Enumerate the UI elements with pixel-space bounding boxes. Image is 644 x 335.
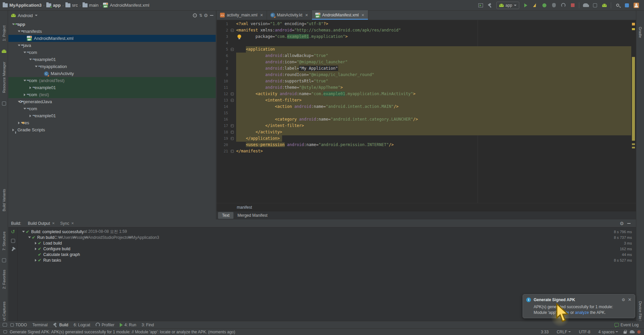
close-tab-icon[interactable]: ✕ xyxy=(52,221,55,225)
tree-item-com[interactable]: com(test) xyxy=(8,91,216,98)
expand-arrow-icon[interactable] xyxy=(23,80,26,81)
code-line-20[interactable]: 20 <uses-permission android:name="androi… xyxy=(217,142,631,148)
sdk-manager-icon[interactable] xyxy=(601,2,607,8)
tree-item-app[interactable]: app xyxy=(8,21,216,28)
close-tab-icon[interactable]: ✕ xyxy=(361,13,364,17)
profiler-icon[interactable] xyxy=(560,2,566,8)
code-line-7[interactable]: 7 android:icon="@mipmap/ic_launcher" xyxy=(217,59,631,65)
tree-item-com[interactable]: com xyxy=(8,49,216,56)
tree-item-mainactivity[interactable]: CMainActivity xyxy=(8,70,216,77)
breadcrumb-item[interactable]: app xyxy=(46,3,61,8)
stripe-mark[interactable] xyxy=(632,23,635,25)
editor-tab-activity-main-xml[interactable]: <>activity_main.xml✕ xyxy=(217,10,267,20)
fold-marker-icon[interactable]: − xyxy=(231,29,234,32)
dock-button-3-find[interactable]: 3: Find xyxy=(139,322,157,328)
notification-ball-icon[interactable] xyxy=(637,330,641,334)
tree-item-example01[interactable]: example01 xyxy=(8,84,216,91)
stripe-blocks-icon[interactable] xyxy=(0,257,8,263)
analyze-link[interactable]: analyze xyxy=(575,310,589,315)
dock-button-profiler[interactable]: Profiler xyxy=(93,322,117,328)
file-encoding[interactable]: UTF-8 xyxy=(576,330,593,334)
tool-stripe-gradle[interactable]: Gradle xyxy=(636,23,644,42)
readonly-lock-icon[interactable] xyxy=(624,331,627,334)
status-message[interactable]: Generate Signed APK: APK(s) generated su… xyxy=(10,330,235,334)
collapse-arrow-icon[interactable] xyxy=(24,93,25,96)
stripe-mark[interactable] xyxy=(632,143,635,145)
fold-marker-icon[interactable]: ⌐ xyxy=(231,124,234,127)
collapse-arrow-icon[interactable] xyxy=(12,129,14,131)
hammer-icon[interactable] xyxy=(487,2,493,8)
window-list-icon[interactable] xyxy=(3,323,7,327)
build-row-load-build[interactable]: ✔Load build3 ms xyxy=(18,240,636,246)
sync-icon[interactable] xyxy=(583,2,589,8)
run-icon[interactable] xyxy=(523,2,529,8)
tree-item-example01[interactable]: example01 xyxy=(8,56,216,63)
build-row-configure-build[interactable]: ✔Configure build162 ms xyxy=(18,246,636,252)
profile-icon[interactable] xyxy=(532,2,538,8)
manifest-tab-text[interactable]: Text xyxy=(218,212,233,219)
tree-item-java[interactable]: java xyxy=(8,42,216,49)
dock-button-4-run[interactable]: 4: Run xyxy=(117,322,139,328)
tree-item-myapplication[interactable]: myapplication xyxy=(8,63,216,70)
expand-arrow-icon[interactable] xyxy=(23,108,26,110)
chevron-down-icon[interactable] xyxy=(35,15,38,16)
project-structure-icon[interactable] xyxy=(624,2,630,8)
gradle-status-icon[interactable] xyxy=(630,330,634,333)
expand-arrow-icon[interactable] xyxy=(18,45,20,46)
code-line-18[interactable]: 18⌐ </activity> xyxy=(217,129,631,135)
editor-tab-mainactivity-kt[interactable]: CMainActivity.kt✕ xyxy=(267,10,312,20)
fold-marker-icon[interactable]: ⌐ xyxy=(231,131,234,134)
editor-tab-androidmanifest-xml[interactable]: MFAndroidManifest.xml✕ xyxy=(312,10,368,20)
tree-item-com[interactable]: com xyxy=(8,105,216,112)
stripe-mark[interactable] xyxy=(632,57,635,141)
code-line-2[interactable]: 2−<manifest xmlns:android="http://schema… xyxy=(217,27,631,34)
collapse-arrow-icon[interactable] xyxy=(30,86,31,89)
expand-arrow-icon[interactable] xyxy=(29,59,32,60)
tool-stripe-2-favorites[interactable]: 2: Favorites xyxy=(0,266,8,293)
code-line-10[interactable]: 10 android:supportsRtl="true" xyxy=(217,78,631,84)
tree-item-example01[interactable]: example01 xyxy=(8,112,216,119)
intention-bulb-icon[interactable] xyxy=(237,35,241,38)
indent-selector[interactable]: 4 spaces xyxy=(596,330,621,334)
attach-icon[interactable] xyxy=(551,2,557,8)
expand-arrow-icon[interactable] xyxy=(18,30,20,32)
line-ending-selector[interactable]: CRLF xyxy=(554,330,574,334)
export-icon[interactable] xyxy=(11,239,15,243)
code-line-16[interactable]: 16 <category android:name="android.inten… xyxy=(217,116,631,123)
run-window-icon[interactable] xyxy=(478,2,484,8)
build-settings-gear-icon[interactable]: ⚙ xyxy=(620,221,624,226)
code-line-1[interactable]: 1<?xml version="1.0" encoding="utf-8"?> xyxy=(217,21,631,27)
expand-arrow-icon[interactable] xyxy=(35,66,38,67)
restart-build-icon[interactable]: ↺ xyxy=(11,229,15,234)
build-row-run-tasks[interactable]: ✔Run tasks8 s 527 ms xyxy=(18,257,636,263)
build-row-run-build[interactable]: ✔Run build C:₩Users₩ssiig₩AndroidStudioP… xyxy=(18,234,636,240)
build-row-calculate-task-graph[interactable]: ✔Calculate task graph44 ms xyxy=(18,252,636,257)
code-editor[interactable]: 1<?xml version="1.0" encoding="utf-8"?>2… xyxy=(217,20,636,203)
fold-marker-icon[interactable]: − xyxy=(231,99,234,102)
fold-marker-icon[interactable]: − xyxy=(231,92,234,95)
code-line-12[interactable]: 12− <activity android:name="com.example0… xyxy=(217,91,631,97)
stripe-blocks-icon[interactable] xyxy=(0,100,8,107)
close-tab-icon[interactable]: ✕ xyxy=(260,13,263,17)
code-line-5[interactable]: 5− <application xyxy=(217,46,631,53)
stripe-android-icon[interactable] xyxy=(0,48,8,54)
debug-icon[interactable] xyxy=(541,2,547,8)
dock-button-terminal[interactable]: Terminal xyxy=(30,322,50,328)
tree-item-res[interactable]: res xyxy=(8,119,216,126)
code-line-13[interactable]: 13− <intent-filter> xyxy=(217,97,631,104)
collapse-all-icon[interactable]: ⇅ xyxy=(199,13,202,17)
notification-gear-icon[interactable]: ⚙ xyxy=(622,297,625,302)
dock-button-6-logcat[interactable]: 6: Logcat xyxy=(71,322,93,328)
tree-item-gradle-scripts[interactable]: Gradle Scripts xyxy=(8,126,216,133)
breadcrumb-item[interactable]: src xyxy=(65,3,78,8)
code-line-11[interactable]: 11 android:theme="@style/AppTheme"> xyxy=(217,84,631,91)
dock-button-todo[interactable]: TODO xyxy=(8,322,30,328)
collapse-arrow-icon[interactable] xyxy=(30,115,31,117)
code-line-6[interactable]: 6 android:allowBackup="true" xyxy=(217,53,631,59)
stripe-mark[interactable] xyxy=(632,147,635,148)
code-line-3[interactable]: 3 package="com.example01.myapplication"> xyxy=(217,34,631,40)
tree-item-manifests[interactable]: manifests xyxy=(8,28,216,35)
code-line-17[interactable]: 17⌐ </intent-filter> xyxy=(217,123,631,129)
build-tab-build-output[interactable]: Build Output✕ xyxy=(25,220,57,227)
stripe-mark[interactable] xyxy=(632,28,635,30)
